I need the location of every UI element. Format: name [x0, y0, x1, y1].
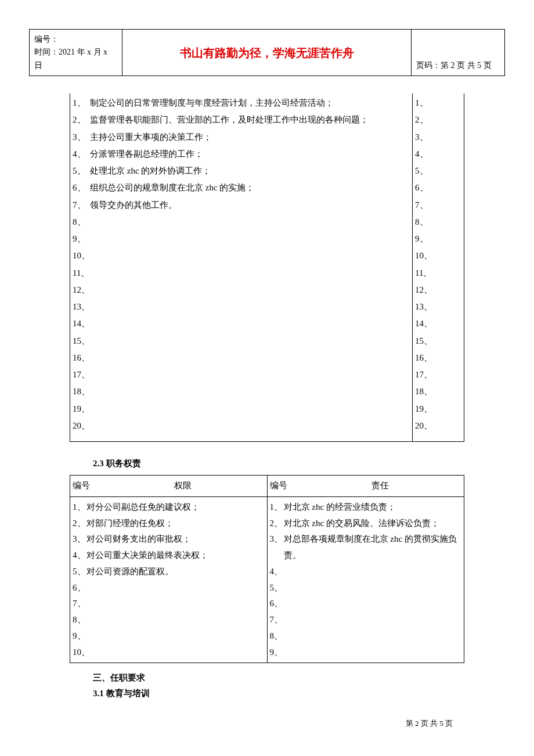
list-item: 9、	[270, 645, 462, 661]
list-item: 7、	[415, 197, 461, 214]
list-item: 8、	[415, 214, 461, 231]
list-item: 2、对北京 zhc 的交易风险、法律诉讼负责；	[270, 516, 462, 532]
list-item: 11、	[415, 265, 461, 282]
list-item: 3、对公司财务支出的审批权；	[73, 531, 265, 548]
list-item: 1、对北京 zhc 的经营业绩负责；	[270, 499, 462, 516]
duties-left-col: 1、制定公司的日常管理制度与年度经营计划，主持公司经营活动； 2、监督管理各职能…	[70, 93, 413, 442]
list-item: 1、制定公司的日常管理制度与年度经营计划，主持公司经营活动；	[73, 95, 410, 111]
section-3-title: 三、任职要求	[93, 670, 464, 686]
list-item: 5、	[270, 580, 462, 596]
list-item: 4、	[270, 564, 462, 580]
label-bianhao: 编号：	[34, 33, 117, 46]
list-item: 4、分派管理各副总经理的工作；	[73, 146, 410, 163]
list-item: 13、	[415, 298, 461, 315]
section-3-1-heading: 3.1 教育与培训	[93, 686, 464, 701]
list-item: 17、	[415, 366, 461, 383]
header-page-code: 页码：第 2 页 共 5 页	[412, 30, 504, 75]
auth-left-col: 1、对分公司副总任免的建议权； 2、对部门经理的任免权； 3、对公司财务支出的审…	[70, 496, 268, 663]
list-item: 7、领导交办的其他工作。	[73, 197, 410, 214]
auth-header-right: 编号 责任	[267, 476, 464, 497]
list-item: 19、	[415, 401, 461, 417]
list-item: 18、	[415, 383, 461, 400]
label-time: 时间：2021 年 x 月 x 日	[34, 46, 117, 72]
list-item: 10、	[73, 645, 265, 661]
list-item: 2、监督管理各职能部门、营业部的工作，及时处理工作中出现的各种问题；	[73, 111, 410, 128]
list-item: 10、	[73, 247, 410, 264]
list-item: 3、	[415, 129, 461, 146]
header-motto: 书山有路勤为径，学海无涯苦作舟	[122, 30, 412, 75]
list-item: 5、处理北京 zhc 的对外协调工作；	[73, 163, 410, 179]
section-2-3-heading: 2.3 职务权责	[70, 442, 464, 475]
list-item: 6、	[73, 580, 265, 596]
list-item: 2、对部门经理的任免权；	[73, 516, 265, 532]
list-item: 14、	[415, 315, 461, 332]
list-item: 7、	[73, 596, 265, 612]
list-item: 19、	[73, 401, 410, 417]
list-item: 1、对分公司副总任免的建议权；	[73, 499, 265, 516]
list-item: 12、	[415, 282, 461, 298]
list-item: 6、	[415, 179, 461, 196]
list-item: 16、	[415, 350, 461, 366]
authority-table: 编号 权限 编号 责任 1、对分公司副总任免的建议权； 2、对部门经理的任免权；…	[70, 475, 464, 663]
list-item: 4、对公司重大决策的最终表决权；	[73, 548, 265, 564]
list-item: 9、	[73, 231, 410, 247]
list-item: 15、	[415, 333, 461, 350]
list-item: 11、	[73, 265, 410, 282]
page-footer: 第 2 页 共 5 页	[406, 718, 453, 730]
list-item: 20、	[415, 417, 461, 434]
list-item: 2、	[415, 111, 461, 128]
list-item: 6、组织总公司的规章制度在北京 zhc 的实施；	[73, 179, 410, 196]
list-item: 1、	[415, 95, 461, 111]
list-item: 5、	[415, 163, 461, 179]
list-item: 17、	[73, 366, 410, 383]
list-item: 15、	[73, 333, 410, 350]
list-item: 9、	[73, 628, 265, 645]
list-item: 4、	[415, 146, 461, 163]
list-item: 12、	[73, 282, 410, 298]
list-item: 3、对总部各项规章制度在北京 zhc 的贯彻实施负责。	[270, 531, 462, 564]
duties-table: 1、制定公司的日常管理制度与年度经营计划，主持公司经营活动； 2、监督管理各职能…	[70, 93, 464, 442]
list-item: 8、	[73, 612, 265, 628]
list-item: 20、	[73, 417, 410, 434]
auth-right-col: 1、对北京 zhc 的经营业绩负责； 2、对北京 zhc 的交易风险、法律诉讼负…	[267, 496, 464, 663]
list-item: 18、	[73, 383, 410, 400]
list-item: 6、	[270, 596, 462, 612]
list-item: 14、	[73, 315, 410, 332]
list-item: 10、	[415, 247, 461, 264]
duties-right-col: 1、 2、 3、 4、 5、 6、 7、 8、 9、 10、 11、 12、 1…	[413, 93, 464, 442]
list-item: 16、	[73, 350, 410, 366]
auth-header-left: 编号 权限	[70, 476, 268, 497]
list-item: 3、主持公司重大事项的决策工作；	[73, 129, 410, 146]
header-left: 编号： 时间：2021 年 x 月 x 日	[30, 30, 122, 75]
list-item: 8、	[270, 628, 462, 645]
header-bar: 编号： 时间：2021 年 x 月 x 日 书山有路勤为径，学海无涯苦作舟 页码…	[29, 29, 505, 76]
list-item: 7、	[270, 612, 462, 628]
list-item: 8、	[73, 214, 410, 231]
list-item: 13、	[73, 298, 410, 315]
list-item: 9、	[415, 231, 461, 247]
list-item: 5、对公司资源的配置权。	[73, 564, 265, 580]
